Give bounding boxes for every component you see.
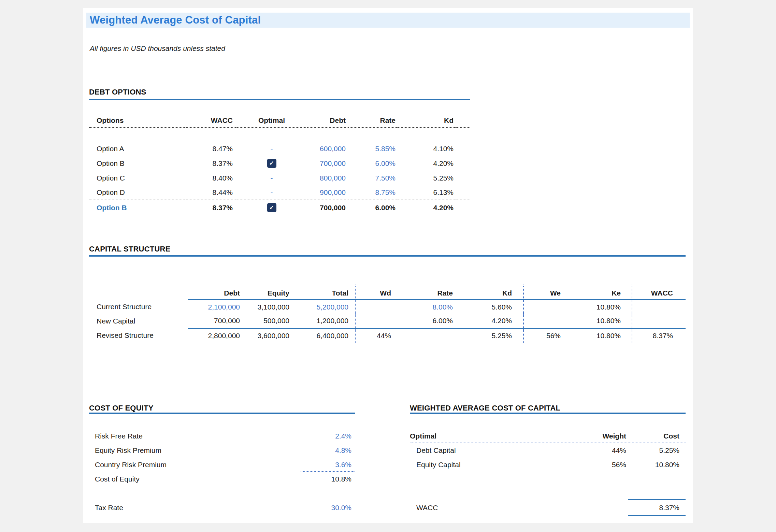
column-header-equity: Equity	[243, 285, 292, 300]
table-row-revised-structure: Revised Structure 2,800,000 3,600,000 6,…	[89, 328, 686, 343]
item-label: Risk Free Rate	[89, 429, 301, 443]
cost-of-equity-list: Risk Free Rate 2.4% Equity Risk Premium …	[89, 429, 355, 486]
option-name: Option A	[89, 141, 186, 156]
section-title-cost-of-equity: COST OF EQUITY	[89, 404, 154, 413]
structure-rate: 6.00%	[394, 314, 456, 328]
table-row-debt-capital: Debt Capital 44% 5.25%	[410, 443, 686, 458]
optimal-checkbox[interactable]: ✓	[267, 159, 276, 168]
item-label: Cost of Equity	[89, 472, 301, 486]
list-item-risk-free-rate: Risk Free Rate 2.4%	[89, 429, 355, 443]
structure-total: 5,200,000	[292, 300, 355, 314]
column-header-total: Total	[292, 285, 355, 300]
structure-we	[523, 300, 563, 314]
wacc-header-row: Optimal Weight Cost	[410, 429, 686, 443]
structure-ke: 10.80%	[563, 314, 632, 328]
list-item-equity-risk-premium: Equity Risk Premium 4.8%	[89, 443, 355, 458]
structure-rate: 8.00%	[394, 300, 456, 314]
wacc-result-label: WACC	[416, 499, 438, 516]
item-value: 4.8%	[301, 443, 355, 458]
structure-debt: 2,800,000	[188, 328, 243, 343]
wacc-result-value: 8.37%	[628, 499, 686, 516]
column-header-kd: Kd	[397, 111, 455, 128]
capital-label: Debt Capital	[410, 443, 553, 458]
structure-ke: 10.80%	[563, 300, 632, 314]
structure-wacc: 8.37%	[632, 328, 686, 343]
option-kd: 6.13%	[397, 185, 455, 200]
structure-rate	[394, 328, 456, 343]
column-header-spacer	[455, 111, 470, 128]
column-header-options: Options	[89, 111, 186, 128]
capital-cost: 10.80%	[628, 458, 686, 472]
capital-cost: 5.25%	[628, 443, 686, 458]
structure-wd: 44%	[355, 328, 394, 343]
column-header-optimal: Optimal	[236, 111, 307, 128]
structure-wd	[355, 314, 394, 328]
structure-label: Current Structure	[89, 300, 188, 314]
capital-label: Equity Capital	[410, 458, 553, 472]
selected-option-rate: 6.00%	[348, 200, 397, 215]
structure-kd: 4.20%	[456, 314, 523, 328]
structure-total: 1,200,000	[292, 314, 355, 328]
structure-kd: 5.25%	[456, 328, 523, 343]
item-value: 2.4%	[301, 429, 355, 443]
section-rule-cost-of-equity	[89, 413, 355, 414]
page-title: Weighted Average Cost of Capital	[86, 14, 261, 26]
option-wacc: 8.44%	[186, 185, 236, 200]
optimal-dash: -	[271, 174, 273, 182]
column-header-ke: Ke	[563, 285, 632, 300]
option-name: Option D	[89, 185, 186, 200]
structure-debt: 700,000	[188, 314, 243, 328]
table-row-selected-option: Option B 8.37% ✓ 700,000 6.00% 4.20%	[89, 200, 470, 215]
option-rate: 7.50%	[348, 171, 397, 185]
column-header-rate: Rate	[394, 285, 456, 300]
debt-options-table: Options WACC Optimal Debt Rate Kd Option…	[89, 111, 470, 215]
table-row-current-structure: Current Structure 2,100,000 3,100,000 5,…	[89, 300, 686, 314]
structure-ke: 10.80%	[563, 328, 632, 343]
column-header-kd: Kd	[456, 285, 523, 300]
section-title-capital-structure: CAPITAL STRUCTURE	[89, 245, 170, 254]
option-rate: 6.00%	[348, 156, 397, 171]
section-rule-wacc	[410, 413, 686, 414]
column-header-wd: Wd	[355, 285, 394, 300]
capital-structure-header-row: Debt Equity Total Wd Rate Kd We Ke WACC	[89, 285, 686, 300]
section-rule-debt-options	[89, 99, 470, 100]
structure-total: 6,400,000	[292, 328, 355, 343]
option-kd: 4.10%	[397, 141, 455, 156]
column-header-wacc: WACC	[632, 285, 686, 300]
item-label: Country Risk Premium	[89, 458, 301, 472]
selected-option-kd: 4.20%	[397, 200, 455, 215]
table-row-equity-capital: Equity Capital 56% 10.80%	[410, 458, 686, 472]
option-name: Option B	[89, 156, 186, 171]
capital-weight: 56%	[553, 458, 628, 472]
structure-equity: 3,100,000	[243, 300, 292, 314]
optimal-checkbox[interactable]: ✓	[267, 203, 276, 212]
debt-options-header-row: Options WACC Optimal Debt Rate Kd	[89, 111, 470, 128]
structure-we	[523, 314, 563, 328]
structure-debt: 2,100,000	[188, 300, 243, 314]
table-row-option-a: Option A 8.47% - 600,000 5.85% 4.10%	[89, 141, 470, 156]
selected-option-name: Option B	[89, 200, 186, 215]
option-debt: 800,000	[307, 171, 348, 185]
option-wacc: 8.37%	[186, 156, 236, 171]
option-rate: 5.85%	[348, 141, 397, 156]
column-header-optimal: Optimal	[410, 429, 553, 443]
table-row-option-c: Option C 8.40% - 800,000 7.50% 5.25%	[89, 171, 470, 185]
option-debt: 700,000	[307, 156, 348, 171]
structure-we: 56%	[523, 328, 563, 343]
section-rule-capital-structure	[89, 255, 686, 257]
wacc-table: Optimal Weight Cost Debt Capital 44% 5.2…	[410, 429, 686, 472]
structure-equity: 500,000	[243, 314, 292, 328]
structure-kd: 5.60%	[456, 300, 523, 314]
column-header-blank	[89, 285, 188, 300]
list-item-tax-rate: Tax Rate 30.0%	[89, 501, 355, 515]
structure-wacc	[632, 314, 686, 328]
table-row-option-b: Option B 8.37% ✓ 700,000 6.00% 4.20%	[89, 156, 470, 171]
option-debt: 600,000	[307, 141, 348, 156]
structure-label: New Capital	[89, 314, 188, 328]
check-icon: ✓	[269, 205, 274, 211]
optimal-dash: -	[271, 145, 273, 153]
column-header-debt: Debt	[307, 111, 348, 128]
structure-wacc	[632, 300, 686, 314]
optimal-dash: -	[271, 188, 273, 196]
check-icon: ✓	[269, 160, 274, 166]
